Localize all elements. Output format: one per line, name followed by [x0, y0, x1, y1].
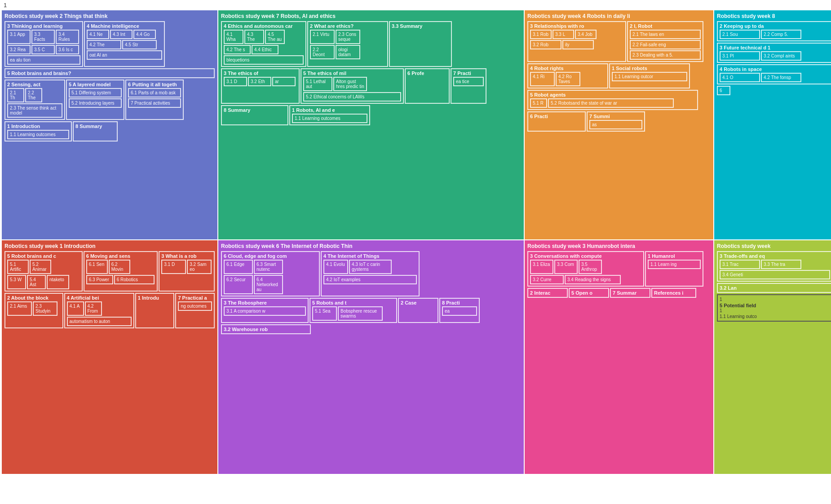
week3-references: References i: [651, 288, 696, 298]
w8-ft-title: 3 Future technical d 1: [720, 45, 830, 50]
w2-35: 3.5 C: [31, 45, 55, 54]
week8-robotsinspace: 4 Robots in space 4.1 O 4.2 The fonsp: [717, 64, 831, 84]
w6-rob-title: 3 The Robosphere: [224, 300, 306, 305]
w2-45: 4.5 Str: [122, 40, 157, 49]
w2-51: 5.1 Differing system: [69, 88, 122, 97]
w5-31: 3.1 Trac: [720, 260, 760, 269]
w7-8sum-title: 8 Summary: [224, 107, 286, 113]
week7-8sum: 8 Summary: [221, 105, 288, 125]
w1-rb-title: 5 Robot brains and c: [7, 253, 80, 259]
w6-43: 4.3 IoT c carin gysterns: [349, 260, 392, 274]
main-grid: Robotics study week 2 Things that think …: [2, 10, 829, 474]
week2-sensing: 2 Sensing, act 2.1 Th 2.2 The 2.3 The se…: [4, 80, 65, 120]
w4-22: 2.2 Fail-safe eng: [630, 40, 701, 49]
week5-section: Robotics study week 3 Trade-offs and eq …: [714, 240, 831, 474]
w6-61: 6.1 Edge: [224, 260, 253, 274]
w6-31: 3.1 A comparison w: [224, 306, 306, 316]
w6-iot-title: 4 The Internet of Things: [323, 253, 417, 259]
week6-2case: 2 Case: [398, 298, 438, 323]
w8-21: 2.1 Sou: [720, 30, 760, 39]
w2-oat: oat AI an: [87, 50, 162, 60]
w6-63: 6.3 Smart nutenc: [254, 260, 283, 274]
w6-ra-title: 5 Robots and t: [312, 300, 394, 305]
week6-robotsand: 5 Robots and t 5.1 Sea Bobsphere rescue …: [309, 298, 397, 323]
week7-ethics-mil: 5 The ethics of mil 5.1 Lethal aut Alton…: [301, 68, 404, 104]
w2-sensing-title: 2 Sensing, act: [7, 82, 62, 87]
w4-31: 3.1 Rob: [530, 30, 552, 39]
week7-ethics-auto: 4 Ethics and autonomous car 4.1 Wha 4.3 …: [221, 21, 306, 67]
w6-2c-title: 2 Case: [401, 300, 436, 305]
w4-rr-title: 4 Robot rights: [530, 66, 606, 71]
week2-section: Robotics study week 2 Things that think …: [2, 10, 217, 239]
w1-61: 6.1 Sen: [86, 260, 108, 274]
week4-7summ: 7 Summi as: [587, 111, 645, 132]
w4-41: 4.1 Ri: [530, 72, 555, 86]
w7-we-title: 2 What are ethics?: [310, 23, 385, 29]
w4-21: 2.1 The laws en: [630, 30, 701, 39]
w4-ir-title: 2 I, Robot: [630, 23, 701, 29]
w1-automatism: automatism to auton: [67, 317, 132, 326]
week5-potential: 1 5 Potential field 1 1.1 Learning outco: [717, 294, 831, 322]
w6-8p-title: 8 Practi: [442, 300, 477, 305]
w1-54: 5.4 Ast: [27, 275, 46, 289]
week2-group1: 3 Thinking and learning 3.1 App 3.3 Fact…: [4, 21, 83, 67]
week1-whatrob: 3 What is a rob 3.1 D 3.2 Sam eo: [159, 251, 215, 292]
w7-45: 4.5 The au: [265, 30, 285, 44]
w2-61: 6.1 Parts of a mob ask: [128, 88, 181, 97]
w4-as: as: [589, 120, 642, 129]
week1-robotbrains: 5 Robot brains and c 5.1 Artific 5.2 Ani…: [4, 251, 83, 292]
w2-22: 2.2 The: [25, 88, 42, 102]
week7-what-ethics: 2 What are ethics? 2.1 Virtu 2.3 Cons se…: [307, 21, 388, 67]
week7-title: Robotics study week 7 Robots, AI and eth…: [221, 13, 521, 19]
w2-eval: ea alu tion: [7, 55, 80, 65]
w7-22b: ologi datam: [336, 45, 360, 59]
week7-7pract: 7 Practi ea tice: [451, 68, 486, 104]
w2-23: 2.3 The sense think act model: [7, 103, 62, 118]
w4-6p-title: 6 Practi: [530, 114, 583, 119]
week3-5open: 5 Open o: [569, 288, 609, 298]
w4-ra-title: 5 Robot agents: [530, 92, 695, 97]
w2-41: 4.1 Ne: [87, 30, 109, 39]
w7-11: 1.1 Learning outcomes: [292, 114, 367, 123]
w3-2i-title: 2 Interac: [530, 290, 565, 296]
week7-33sum: 3.3 Summary: [389, 21, 452, 67]
week2-putting: 6 Putting it all togeth 6.1 Parts of a m…: [125, 80, 184, 120]
w3-5o-title: 5 Open o: [571, 290, 606, 296]
w7-52: 5.2 Ethical concerns of LAWs: [303, 92, 401, 102]
week1-title: Robotics study week 1 Introduction: [4, 243, 215, 249]
w1-1i-title: 1 Introdu: [138, 295, 172, 301]
week2-title: Robotics study week 2 Things that think: [4, 13, 215, 19]
w4-ily: ily: [562, 40, 594, 49]
week5-32lan: 3.2 Lan: [717, 283, 831, 293]
w7-eo-title: 3 The ethics of: [224, 71, 297, 76]
w8-ris-title: 4 Robots in space: [720, 66, 830, 72]
w7-32: 3.2 Eth: [248, 77, 271, 86]
page-number: 1: [2, 2, 829, 9]
w2-32: 3.2 Rea: [7, 45, 31, 54]
w2-putting-title: 6 Putting it all togeth: [128, 82, 181, 87]
week8-6: 6: [717, 86, 730, 95]
week2-summary: 8 Summary: [73, 121, 118, 141]
w6-wh-title: 3.2 Warehouse rob: [224, 327, 308, 332]
week7-1robots: 1 Robots, AI and e 1.1 Learning outcomes: [289, 105, 370, 125]
w8-22: 2.2 Comp 5.: [761, 30, 801, 39]
w1-21: 2.1 Aims: [7, 301, 32, 316]
w4-11: 1.1 Learning outcor: [612, 72, 687, 81]
week4-robotrights: 4 Robot rights 4.1 Ri 4.2 Ro Taves: [527, 63, 608, 88]
w1-42: 4.2 From: [85, 301, 102, 316]
week7-ethics-of: 3 The ethics of 3.1 D 3.2 Eth ar: [221, 68, 300, 104]
week7-6profe: 6 Profe: [405, 68, 450, 104]
w4-51: 5.1 R: [530, 98, 547, 108]
w5-32-title: 3.2 Lan: [720, 285, 830, 291]
week1-artificialbe: 4 Artificial bei 4.1 A 4.2 From automati…: [64, 293, 134, 328]
w1-23: 2.3 Studyin: [33, 301, 57, 316]
w6-bobsphere: Bobsphere rescue swarms: [338, 306, 383, 321]
w4-32: 3.2 Rob: [530, 40, 561, 49]
w7-ar: ar: [272, 77, 296, 86]
week4-section: Robotics study week 4 Robots in daily li…: [525, 10, 713, 239]
w6-51: 5.1 Sea: [312, 306, 337, 321]
w7-ea: ea tice: [453, 77, 484, 86]
week3-title: Robotics study week 3 Humanrobot intera: [527, 243, 711, 249]
week3-humanrol: 1 Humanrol 1.1 Learn ing: [645, 251, 703, 287]
w3-34: 3.4 Reading the signs: [565, 275, 621, 284]
